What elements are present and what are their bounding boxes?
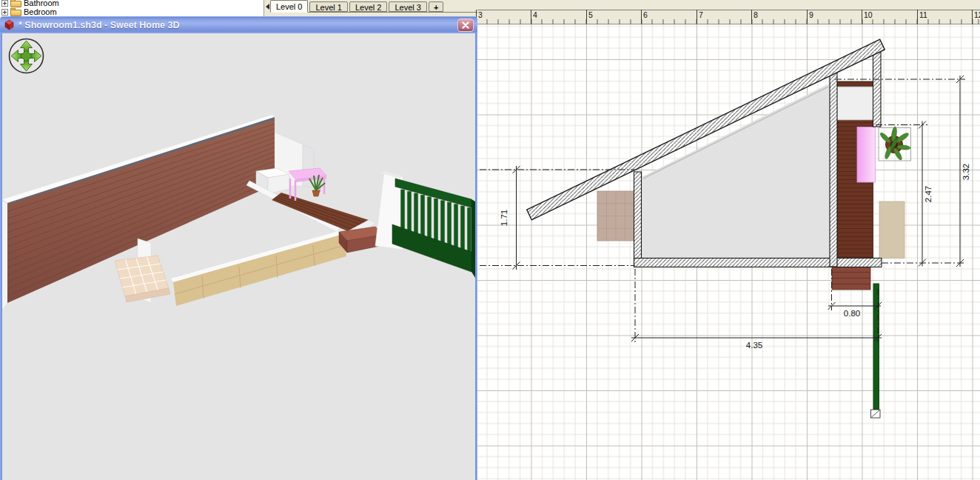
left-wall[interactable]: [634, 172, 642, 267]
ruler-tick: [862, 10, 862, 24]
pink-table-plan[interactable]: [857, 127, 876, 183]
close-icon: [462, 21, 469, 29]
tile-mat-3d[interactable]: [115, 256, 170, 302]
tab-level-1[interactable]: Level 1: [309, 1, 347, 12]
catalog-plan-splitter[interactable]: [264, 0, 270, 16]
ruler-tick: [972, 10, 973, 24]
floor-plan-canvas[interactable]: 1.71 4.35 0.80 2.47 3.32: [477, 24, 980, 480]
catalog-item-label: Bedroom: [24, 7, 57, 16]
dim-label-3-32: 3.32: [961, 164, 970, 180]
expand-plus-icon[interactable]: [1, 9, 8, 16]
expand-plus-icon[interactable]: [1, 0, 8, 7]
level-tabs: Level 0 Level 1 Level 2 Level 3 +: [270, 0, 477, 13]
close-button[interactable]: [457, 19, 474, 32]
catalog-item-bathroom[interactable]: Bathroom: [1, 0, 59, 7]
ruler-label: 3: [478, 10, 483, 19]
showroom-3d-window[interactable]: * Showroom1.sh3d - Sweet Home 3D: [0, 16, 477, 480]
ruler-tick: [586, 10, 587, 24]
folder-icon: [10, 8, 21, 16]
sweet-home-3d-icon: [4, 19, 15, 30]
ruler-label: 9: [809, 10, 813, 19]
right-outer-wall[interactable]: [873, 46, 882, 127]
stone-wall-3d[interactable]: [138, 230, 346, 306]
ruler-border: [477, 10, 980, 10]
ruler-tick: [531, 10, 531, 24]
collapse-left-arrow-icon[interactable]: [266, 4, 269, 10]
3d-view[interactable]: [2, 33, 475, 480]
ruler-label: 5: [588, 10, 593, 19]
dim-label-4-35: 4.35: [746, 341, 762, 350]
catalog-item-bedroom[interactable]: Bedroom: [1, 7, 57, 16]
folder-icon: [10, 0, 21, 7]
dim-label-0-80: 0.80: [844, 309, 860, 318]
window-title: * Showroom1.sh3d - Sweet Home 3D: [19, 20, 454, 30]
tile-mat-plan[interactable]: [597, 191, 634, 241]
right-inner-wall[interactable]: [830, 70, 837, 267]
sweet-home-3d-app: Bathroom Bedroom Level 0 Level 1 Level 2…: [0, 0, 980, 480]
white-box-plan[interactable]: [835, 87, 873, 120]
catalog-item-label: Bathroom: [24, 0, 59, 7]
ruler-tick: [807, 10, 808, 24]
ruler-label: 8: [754, 10, 758, 19]
ruler-label: 10: [864, 10, 873, 19]
ruler-tick: [917, 10, 918, 24]
ruler-label: 12: [974, 10, 980, 19]
bottom-wall[interactable]: [634, 259, 882, 267]
tab-add-level[interactable]: +: [429, 1, 443, 12]
window-titlebar[interactable]: * Showroom1.sh3d - Sweet Home 3D: [0, 16, 477, 33]
horizontal-ruler: 3 4 5 6 7 8 9 10 11 12: [477, 0, 980, 24]
3d-navigation-compass[interactable]: [8, 38, 44, 74]
ruler-label: 7: [699, 10, 703, 19]
ruler-tick: [697, 10, 697, 24]
tab-level-3[interactable]: Level 3: [389, 1, 426, 12]
ruler-tick: [641, 10, 642, 24]
ruler-label: 4: [533, 10, 537, 19]
furniture-catalog-tree[interactable]: Bathroom Bedroom: [0, 0, 264, 16]
green-fence-3d[interactable]: [392, 179, 475, 278]
plan-panel: 3 4 5 6 7 8 9 10 11 12: [477, 0, 980, 480]
dim-label-2-47: 2.47: [924, 186, 933, 202]
brick-steps-plan[interactable]: [832, 267, 870, 290]
ruler-minor-ticks: [477, 19, 980, 24]
ruler-tick: [751, 10, 752, 24]
tab-level-0[interactable]: Level 0: [270, 0, 308, 13]
3d-scene[interactable]: [2, 33, 475, 480]
rug-plan[interactable]: [879, 201, 905, 259]
dim-label-1-71: 1.71: [500, 210, 509, 226]
ruler-label: 6: [643, 10, 648, 19]
tab-level-2[interactable]: Level 2: [349, 1, 387, 12]
ruler-label: 11: [919, 10, 927, 19]
